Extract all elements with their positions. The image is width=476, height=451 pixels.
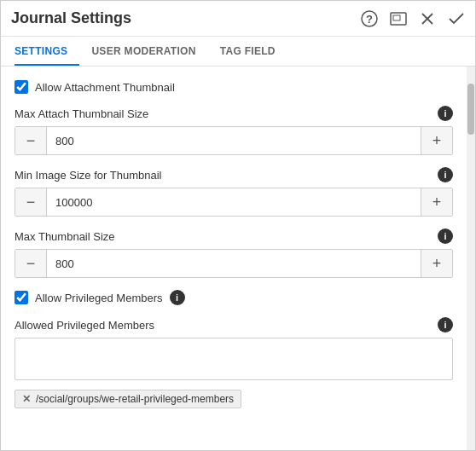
tab-tag-field[interactable]: TAG FIELD [220,37,287,66]
allowed-privileged-members-textarea[interactable] [15,338,453,380]
svg-text:?: ? [366,13,373,26]
min-image-input[interactable] [46,188,421,216]
max-thumb-decrement-button[interactable]: − [15,250,46,277]
allow-attachment-thumbnail-checkbox[interactable] [15,80,28,94]
allowed-privileged-info-icon[interactable]: i [438,317,453,332]
max-attach-label-row: Max Attach Thumbnail Size i [15,106,453,121]
max-attach-decrement-button[interactable]: − [15,127,46,154]
max-thumbnail-size-group: Max Thumbnail Size i − + [15,228,453,278]
allow-privileged-members-row: Allow Privileged Members i [15,290,453,305]
max-thumb-stepper: − + [15,249,453,278]
max-thumb-info-icon[interactable]: i [438,228,453,244]
min-image-decrement-button[interactable]: − [15,188,46,216]
max-thumb-input[interactable] [46,250,421,277]
allowed-privileged-members-group: Allowed Privileged Members i ✕ /social/g… [15,317,453,408]
tabs-bar: SETTINGS USER MODERATION TAG FIELD [1,37,475,66]
window-icon[interactable] [390,10,407,27]
close-icon[interactable] [419,10,436,27]
titlebar-icons: ? [361,10,465,27]
allowed-privileged-members-label: Allowed Privileged Members [15,319,154,332]
max-attach-thumbnail-label: Max Attach Thumbnail Size [15,107,148,120]
max-attach-info-icon[interactable]: i [438,106,453,121]
help-icon[interactable]: ? [361,10,378,27]
tag-remove-button[interactable]: ✕ [22,393,31,405]
privileged-members-info-icon[interactable]: i [170,290,185,305]
allow-privileged-members-checkbox[interactable] [15,291,28,304]
max-attach-input[interactable] [46,127,421,154]
window-body: Allow Attachment Thumbnail Max Attach Th… [1,66,475,450]
min-image-size-label: Min Image Size for Thumbnail [15,169,161,182]
scrollbar-thumb[interactable] [467,84,474,135]
allow-attachment-thumbnail-row: Allow Attachment Thumbnail [15,80,453,94]
max-attach-increment-button[interactable]: + [421,127,452,154]
svg-rect-3 [393,15,400,20]
min-image-info-icon[interactable]: i [438,167,453,182]
max-attach-thumbnail-size-group: Max Attach Thumbnail Size i − + [15,106,453,155]
min-image-increment-button[interactable]: + [421,188,452,216]
min-image-size-group: Min Image Size for Thumbnail i − + [15,167,453,217]
privileged-members-tag: ✕ /social/groups/we-retail-privileged-me… [15,390,241,408]
min-image-label-row: Min Image Size for Thumbnail i [15,167,453,182]
tab-settings[interactable]: SETTINGS [15,37,79,66]
max-attach-stepper: − + [15,126,453,155]
max-thumb-label-row: Max Thumbnail Size i [15,228,453,244]
scrollbar[interactable] [467,66,475,450]
allow-attachment-thumbnail-label: Allow Attachment Thumbnail [35,81,175,94]
journal-settings-window: Journal Settings ? [0,0,476,451]
tab-user-moderation[interactable]: USER MODERATION [91,37,207,66]
min-image-stepper: − + [15,188,453,217]
tag-value: /social/groups/we-retail-privileged-memb… [36,393,234,405]
confirm-icon[interactable] [448,10,465,27]
page-title: Journal Settings [11,9,361,27]
titlebar: Journal Settings ? [1,1,475,37]
max-thumbnail-size-label: Max Thumbnail Size [15,230,115,243]
max-thumb-increment-button[interactable]: + [421,250,452,277]
settings-content: Allow Attachment Thumbnail Max Attach Th… [1,66,467,450]
allow-privileged-members-label: Allow Privileged Members [35,292,163,304]
allowed-privileged-label-row: Allowed Privileged Members i [15,317,453,332]
